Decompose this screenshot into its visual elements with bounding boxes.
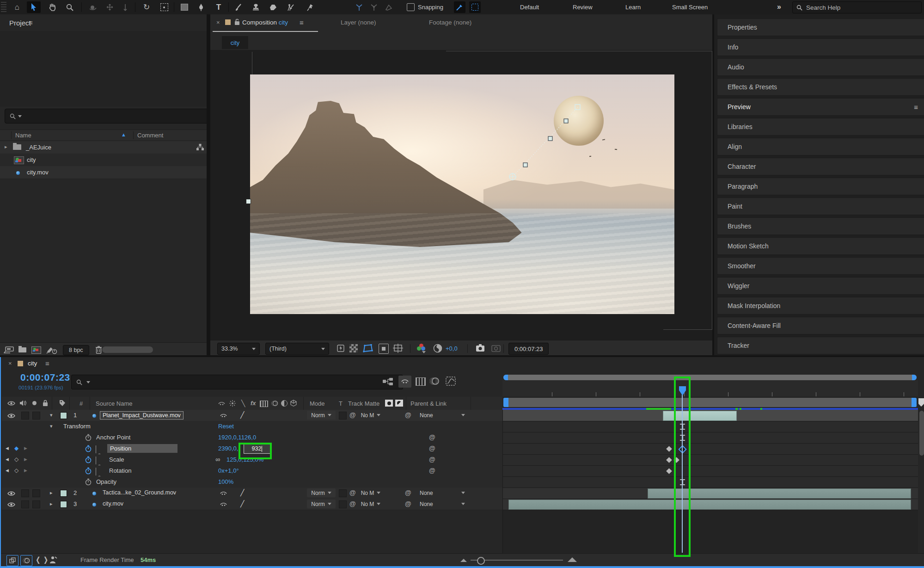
snapping-label[interactable]: Snapping: [418, 4, 443, 11]
timeline-tab-label[interactable]: city: [28, 360, 37, 367]
motion-path[interactable]: [250, 74, 674, 314]
snapshot-icon[interactable]: [476, 344, 485, 352]
motion-blur-master-toggle[interactable]: [20, 555, 32, 566]
eye-icon[interactable]: [7, 491, 15, 496]
timeline-tab-menu-icon[interactable]: ≡: [45, 359, 49, 367]
magnification-dropdown[interactable]: 33.3%: [217, 343, 260, 355]
eye-icon[interactable]: [7, 502, 15, 507]
timeline-vertical-scrollbar[interactable]: [919, 411, 924, 456]
composition-subtab-city[interactable]: city: [222, 36, 248, 49]
constrain-proportions-icon[interactable]: ∞: [215, 456, 220, 463]
property-label[interactable]: Rotation: [109, 467, 131, 474]
eye-icon[interactable]: [7, 413, 15, 419]
resolution-dropdown[interactable]: (Third): [265, 343, 329, 355]
time-ruler[interactable]: 0:00s 02s 04s 06s 08s 10s 12s 14s 16s 18…: [502, 380, 918, 397]
puppet-pin-tool-icon[interactable]: [303, 1, 317, 13]
stopwatch-icon-active[interactable]: [85, 456, 92, 463]
panel-tab-smoother[interactable]: Smoother: [717, 257, 924, 275]
position-row[interactable]: ◀ ◆ ▶ Position 2390,0, 932 @: [2, 443, 502, 455]
new-composition-icon[interactable]: [31, 346, 41, 354]
parent-dropdown[interactable]: None: [417, 500, 468, 508]
property-pickwhip-icon[interactable]: @: [429, 467, 435, 474]
layer-row-3[interactable]: ▸ 3 city.mov ╱ Norm @ No M @ None: [2, 499, 502, 510]
channels-icon[interactable]: [416, 344, 426, 353]
tab-footage[interactable]: Footage (none): [429, 19, 471, 26]
workspace-overflow-chevrons[interactable]: »: [777, 3, 781, 11]
fx-column-icon[interactable]: fx: [251, 400, 256, 407]
expand-layer-arrow[interactable]: ▸: [50, 490, 53, 496]
type-tool-icon[interactable]: T: [212, 1, 226, 13]
zoom-tool-icon[interactable]: [63, 1, 77, 13]
parent-pickwhip-icon[interactable]: @: [405, 489, 411, 496]
layer-bar-3[interactable]: [508, 500, 911, 510]
property-value[interactable]: 1920,0,1126,0: [218, 434, 256, 441]
graph-editor-toggle[interactable]: [446, 377, 456, 386]
stopwatch-icon-active[interactable]: [85, 445, 92, 452]
world-axis-mode-icon[interactable]: [367, 1, 381, 13]
label-color-swatch[interactable]: [225, 19, 231, 25]
panel-tab-info[interactable]: Info: [717, 38, 924, 56]
motion-blur-toggle[interactable]: [429, 377, 440, 386]
panel-tab-tracker[interactable]: Tracker: [717, 337, 924, 354]
layer-bar-2[interactable]: [648, 488, 911, 499]
solo-icon[interactable]: [32, 401, 37, 405]
track-matte-column-header[interactable]: Track Matte: [348, 400, 379, 407]
project-item-label[interactable]: city: [27, 156, 36, 163]
fast-previews-icon[interactable]: [335, 343, 346, 353]
layer-source-name[interactable]: city.mov: [103, 500, 123, 507]
track-matte-pickwhip-icon[interactable]: @: [349, 489, 356, 496]
scale-row[interactable]: ◀ ◇ ▶ Scale ∞ 125,0,125,0% @: [2, 454, 502, 466]
frame-blending-master-toggle[interactable]: [6, 555, 18, 566]
bit-depth-button[interactable]: 8 bpc: [63, 345, 89, 355]
layer-source-name[interactable]: Tactica...ke_02_Ground.mov: [103, 489, 176, 496]
timeline-search-input[interactable]: [71, 375, 403, 389]
rectangle-tool-icon[interactable]: [177, 1, 191, 13]
parent-pickwhip-icon[interactable]: @: [405, 411, 411, 419]
panel-tab-content-aware-fill[interactable]: Content-Aware Fill: [717, 317, 924, 334]
property-label[interactable]: Scale: [109, 456, 124, 463]
brush-tool-icon[interactable]: [231, 1, 245, 13]
alpha-matte-icon[interactable]: [385, 400, 393, 407]
orbit-camera-tool-icon[interactable]: [86, 1, 100, 13]
project-horizontal-scrollbar[interactable]: [102, 346, 153, 353]
transform-group-label[interactable]: Transform: [63, 423, 91, 430]
shy-switch-icon[interactable]: [220, 413, 227, 418]
previous-keyframe-arrow[interactable]: ◀: [6, 469, 9, 473]
parent-dropdown[interactable]: None: [417, 488, 468, 497]
parent-link-column-header[interactable]: Parent & Link: [410, 400, 447, 407]
work-area-end-handle[interactable]: [918, 398, 924, 407]
panel-tab-libraries[interactable]: Libraries: [717, 118, 924, 136]
rotation-tool-icon[interactable]: ↻: [140, 1, 153, 13]
collapse-group-arrow[interactable]: ▾: [50, 423, 53, 429]
in-out-brackets-icon[interactable]: ❬ ❭: [35, 556, 49, 564]
selection-tool-icon[interactable]: [27, 1, 41, 13]
panel-tab-paragraph[interactable]: Paragraph: [717, 178, 924, 195]
property-pickwhip-icon[interactable]: @: [429, 456, 435, 463]
collapse-column-icon[interactable]: [229, 400, 236, 407]
lock-icon[interactable]: [43, 400, 48, 407]
mask-visibility-icon[interactable]: [363, 344, 373, 352]
property-pickwhip-icon[interactable]: @: [429, 445, 435, 452]
snapping-checkbox[interactable]: [407, 3, 415, 11]
roto-brush-tool-icon[interactable]: [284, 1, 298, 13]
panel-divider[interactable]: [207, 14, 210, 357]
track-matte-pickwhip-icon[interactable]: @: [349, 500, 356, 507]
transform-reset-link[interactable]: Reset: [218, 423, 234, 430]
keyframe-toggle-diamond[interactable]: ◇: [14, 457, 18, 462]
next-keyframe-arrow[interactable]: ▶: [24, 469, 27, 473]
snap-features-toggle[interactable]: [469, 1, 481, 13]
sort-ascending-icon[interactable]: ▲: [121, 132, 126, 137]
track-matte-dropdown[interactable]: No M: [358, 500, 383, 508]
track-matte-dropdown[interactable]: No M: [358, 411, 383, 420]
timeline-label-swatch[interactable]: [18, 361, 23, 366]
shy-switch-icon[interactable]: [220, 502, 227, 507]
playhead-marker[interactable]: [679, 386, 686, 396]
transparency-grid-icon[interactable]: [349, 344, 358, 352]
pan-behind-tool-icon[interactable]: [157, 1, 171, 13]
workspace-small-screen[interactable]: Small Screen: [672, 4, 708, 11]
panel-tab-align[interactable]: Align: [717, 138, 924, 155]
eye-icon[interactable]: [7, 401, 15, 406]
panel-tab-character[interactable]: Character: [717, 158, 924, 175]
zoom-out-mountain-icon[interactable]: [460, 559, 467, 562]
property-value[interactable]: 0x+1,0°: [218, 467, 239, 474]
